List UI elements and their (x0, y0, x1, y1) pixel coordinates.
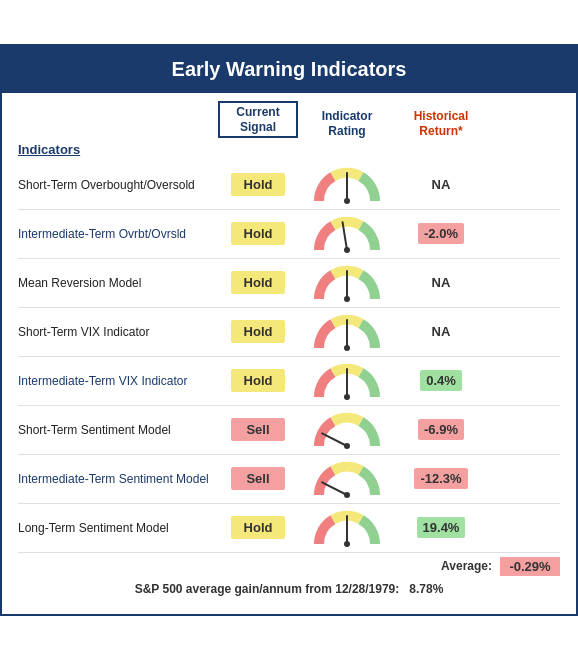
gauge-cell (302, 312, 392, 352)
row-label: Mean Reversion Model (18, 276, 218, 290)
signal-cell: Sell (218, 467, 298, 490)
hist-value: 0.4% (420, 370, 462, 391)
svg-point-7 (344, 345, 350, 351)
signal-badge: Hold (231, 516, 285, 539)
signal-cell: Hold (218, 271, 298, 294)
signal-cell: Sell (218, 418, 298, 441)
signal-badge: Hold (231, 222, 285, 245)
signal-badge: Sell (231, 467, 285, 490)
hist-cell: -12.3% (396, 471, 486, 486)
col-header-rating: IndicatorRating (302, 109, 392, 138)
hist-value: 19.4% (417, 517, 466, 538)
hist-cell: NA (396, 324, 486, 339)
table-row: Intermediate-Term Ovrbt/OvrsldHold -2.0% (18, 210, 560, 259)
card-title: Early Warning Indicators (172, 58, 407, 80)
indicators-label: Indicators (18, 142, 560, 157)
row-label: Intermediate-Term Ovrbt/Ovrsld (18, 227, 218, 241)
footer-average-value: -0.29% (500, 557, 560, 576)
signal-badge: Sell (231, 418, 285, 441)
table-wrap: CurrentSignal IndicatorRating Historical… (2, 93, 576, 614)
signal-cell: Hold (218, 320, 298, 343)
row-label: Intermediate-Term VIX Indicator (18, 374, 218, 388)
col-headers: CurrentSignal IndicatorRating Historical… (18, 101, 560, 138)
signal-cell: Hold (218, 222, 298, 245)
hist-cell: 19.4% (396, 520, 486, 535)
signal-badge: Hold (231, 369, 285, 392)
hist-value: NA (432, 324, 451, 339)
table-row: Intermediate-Term VIX IndicatorHold 0.4% (18, 357, 560, 406)
footer-sp-label: S&P 500 average gain/annum from 12/28/19… (135, 582, 400, 596)
hist-cell: NA (396, 177, 486, 192)
card: Early Warning Indicators CurrentSignal I… (0, 44, 578, 616)
gauge-svg (312, 508, 382, 548)
table-row: Intermediate-Term Sentiment ModelSell -1… (18, 455, 560, 504)
gauge-svg (312, 263, 382, 303)
gauge-cell (302, 214, 392, 254)
hist-cell: NA (396, 275, 486, 290)
svg-point-15 (344, 541, 350, 547)
gauge-svg (312, 312, 382, 352)
table-row: Short-Term Sentiment ModelSell -6.9% (18, 406, 560, 455)
signal-cell: Hold (218, 173, 298, 196)
gauge-svg (312, 361, 382, 401)
signal-badge: Hold (231, 271, 285, 294)
table-row: Long-Term Sentiment ModelHold 19.4% (18, 504, 560, 553)
hist-value: -6.9% (418, 419, 464, 440)
gauge-cell (302, 165, 392, 205)
gauge-svg (312, 459, 382, 499)
gauge-svg (312, 165, 382, 205)
row-label: Long-Term Sentiment Model (18, 521, 218, 535)
table-row: Short-Term VIX IndicatorHold NA (18, 308, 560, 357)
gauge-svg (312, 214, 382, 254)
hist-cell: -6.9% (396, 422, 486, 437)
row-label: Short-Term Sentiment Model (18, 423, 218, 437)
gauge-svg (312, 410, 382, 450)
hist-value: -2.0% (418, 223, 464, 244)
table-row: Short-Term Overbought/OversoldHold NA (18, 161, 560, 210)
svg-point-9 (344, 394, 350, 400)
svg-point-5 (344, 296, 350, 302)
gauge-cell (302, 410, 392, 450)
svg-point-3 (344, 247, 350, 253)
svg-point-1 (344, 198, 350, 204)
row-label: Intermediate-Term Sentiment Model (18, 472, 218, 486)
row-label: Short-Term Overbought/Oversold (18, 178, 218, 192)
footer-average-label: Average: (441, 559, 492, 573)
hist-cell: -2.0% (396, 226, 486, 241)
signal-badge: Hold (231, 173, 285, 196)
gauge-cell (302, 508, 392, 548)
hist-cell: 0.4% (396, 373, 486, 388)
signal-cell: Hold (218, 369, 298, 392)
rows-container: Short-Term Overbought/OversoldHold NAInt… (18, 161, 560, 553)
footer-sp-row: S&P 500 average gain/annum from 12/28/19… (18, 578, 560, 602)
svg-point-11 (344, 443, 350, 449)
gauge-cell (302, 263, 392, 303)
footer-sp-value: 8.78% (409, 582, 443, 596)
card-header: Early Warning Indicators (2, 46, 576, 93)
svg-line-12 (322, 482, 347, 495)
signal-badge: Hold (231, 320, 285, 343)
gauge-cell (302, 459, 392, 499)
svg-line-10 (322, 433, 347, 446)
hist-value: -12.3% (414, 468, 467, 489)
row-label: Short-Term VIX Indicator (18, 325, 218, 339)
hist-value: NA (432, 275, 451, 290)
footer-average-row: Average: -0.29% (18, 553, 560, 578)
hist-value: NA (432, 177, 451, 192)
gauge-cell (302, 361, 392, 401)
svg-point-13 (344, 492, 350, 498)
col-header-signal: CurrentSignal (218, 101, 298, 138)
table-row: Mean Reversion ModelHold NA (18, 259, 560, 308)
signal-cell: Hold (218, 516, 298, 539)
col-header-historical: HistoricalReturn* (396, 109, 486, 138)
